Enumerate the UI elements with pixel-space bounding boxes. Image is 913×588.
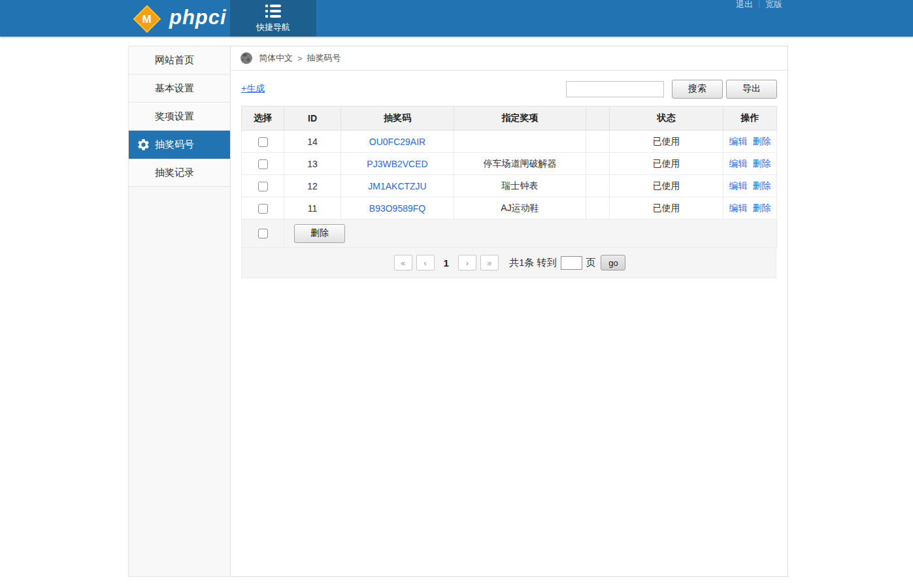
nav-item-quick-navigation[interactable]: 快捷导航: [230, 0, 316, 37]
breadcrumb-language[interactable]: 简体中文: [259, 52, 293, 64]
code-link[interactable]: JM1AKCTZJU: [368, 181, 426, 191]
list-icon: [263, 2, 283, 20]
table-row: 14 OU0FC29AIR 已使用 编辑 删除: [242, 131, 777, 153]
toolbar: +生成 搜索 导出: [241, 79, 777, 99]
table-header-row: 选择ID抽奖码指定奖项状态操作: [242, 106, 777, 131]
sidebar-item-2[interactable]: 奖项设置: [129, 103, 230, 131]
search-button[interactable]: 搜索: [672, 80, 723, 99]
breadcrumb-current: 抽奖码号: [307, 52, 341, 64]
row-checkbox[interactable]: [258, 137, 268, 147]
edit-link[interactable]: 编辑: [729, 158, 748, 169]
select-all-checkbox[interactable]: [258, 229, 268, 238]
row-checkbox[interactable]: [258, 159, 268, 169]
page-unit-label: 页: [586, 257, 595, 269]
sidebar-item-label: 抽奖码号: [155, 139, 194, 150]
toolbar-right-group: 搜索 导出: [566, 80, 777, 99]
search-input[interactable]: [566, 81, 664, 97]
table-row: 13 PJ3WB2VCED 停车场道闸破解器 已使用 编辑 删除: [242, 153, 777, 175]
row-status: 已使用: [610, 153, 723, 175]
table-row: 12 JM1AKCTZJU 瑞士钟表 已使用 编辑 删除: [242, 175, 777, 197]
sidebar-item-1[interactable]: 基本设置: [129, 74, 230, 103]
row-checkbox[interactable]: [258, 204, 268, 214]
row-actions: 编辑 删除: [723, 153, 777, 175]
column-header: 指定奖项: [454, 106, 586, 131]
column-header: 状态: [610, 106, 723, 131]
column-header: 抽奖码: [341, 106, 454, 131]
column-header: [586, 106, 610, 131]
sidebar-item-label: 基本设置: [155, 82, 194, 93]
app-logo: M phpci: [133, 6, 227, 29]
content-panel: 简体中文 > 抽奖码号 +生成 搜索 导出 选择ID抽奖码指定奖项状态操作: [230, 46, 788, 577]
row-prize: AJ运动鞋: [454, 197, 586, 220]
main-layout: 网站首页基本设置奖项设置 抽奖码号抽奖记录 简体中文 > 抽奖码号 +生成 搜索…: [128, 46, 783, 577]
logo-diamond-icon: M: [133, 5, 161, 33]
row-select-cell: [242, 131, 284, 153]
sidebar-item-4[interactable]: 抽奖记录: [129, 159, 230, 187]
globe-icon: [240, 52, 253, 65]
topbar-links: 退出 宽版: [736, 0, 782, 9]
wide-version-link[interactable]: 宽版: [765, 0, 782, 9]
row-actions: 编辑 删除: [723, 197, 777, 220]
row-select-cell: [242, 175, 284, 197]
sidebar-item-3[interactable]: 抽奖码号: [129, 131, 230, 159]
table-body: 14 OU0FC29AIR 已使用 编辑 删除 13 PJ3WB2VCED 停车…: [242, 131, 777, 220]
breadcrumb-separator: >: [297, 54, 303, 63]
logo-text: phpci: [169, 6, 227, 29]
edit-link[interactable]: 编辑: [729, 203, 748, 213]
row-id: 12: [284, 175, 341, 197]
sidebar-item-label: 网站首页: [155, 54, 194, 65]
column-header: ID: [284, 106, 341, 131]
logo-badge-letter: M: [142, 13, 152, 24]
delete-link[interactable]: 删除: [752, 180, 771, 191]
sidebar: 网站首页基本设置奖项设置 抽奖码号抽奖记录: [128, 46, 230, 577]
delete-link[interactable]: 删除: [752, 136, 771, 146]
table-footer-row: 删除: [242, 220, 777, 248]
row-empty-cell: [586, 197, 610, 220]
row-id: 13: [284, 153, 341, 175]
sidebar-item-label: 抽奖记录: [155, 167, 194, 178]
row-status: 已使用: [610, 131, 723, 153]
footer-actions-cell: 删除: [284, 220, 777, 248]
edit-link[interactable]: 编辑: [729, 136, 748, 146]
first-page-button[interactable]: «: [394, 255, 412, 270]
current-page-number: 1: [444, 257, 449, 269]
links-divider: [759, 1, 759, 8]
prev-page-button[interactable]: ‹: [416, 255, 435, 270]
code-link[interactable]: OU0FC29AIR: [369, 137, 425, 147]
row-prize: 停车场道闸破解器: [454, 153, 586, 175]
last-page-button[interactable]: »: [480, 255, 499, 270]
column-header: 操作: [723, 106, 777, 131]
code-link[interactable]: PJ3WB2VCED: [367, 159, 427, 169]
delete-link[interactable]: 删除: [752, 158, 771, 169]
next-page-button[interactable]: ›: [458, 255, 476, 270]
code-link[interactable]: B93O9589FQ: [369, 203, 425, 214]
row-empty-cell: [586, 153, 610, 175]
row-status: 已使用: [610, 197, 723, 220]
delete-link[interactable]: 删除: [752, 203, 771, 213]
row-empty-cell: [586, 175, 610, 197]
export-button[interactable]: 导出: [726, 80, 777, 99]
goto-page-input[interactable]: [561, 256, 582, 270]
top-header-bar: M phpci 快捷导航 退出 宽版: [0, 0, 913, 37]
row-id: 11: [284, 197, 341, 220]
row-prize: 瑞士钟表: [454, 175, 586, 197]
bulk-delete-button[interactable]: 删除: [294, 224, 345, 243]
logout-link[interactable]: 退出: [736, 0, 753, 9]
footer-select-cell: [242, 220, 284, 248]
edit-link[interactable]: 编辑: [729, 180, 748, 191]
go-button[interactable]: go: [601, 255, 625, 270]
pagination-total-text: 共1条 转到: [509, 257, 557, 269]
column-header: 选择: [242, 106, 284, 131]
row-select-cell: [242, 197, 284, 220]
quick-nav-label: 快捷导航: [230, 22, 316, 33]
generate-link[interactable]: +生成: [241, 83, 265, 95]
row-select-cell: [242, 153, 284, 175]
sidebar-item-label: 奖项设置: [155, 110, 194, 122]
row-checkbox[interactable]: [258, 182, 268, 191]
breadcrumb: 简体中文 > 抽奖码号: [231, 46, 788, 71]
gear-icon: [137, 138, 150, 152]
sidebar-item-0[interactable]: 网站首页: [129, 46, 230, 74]
row-actions: 编辑 删除: [723, 131, 777, 153]
row-id: 14: [284, 131, 341, 153]
row-status: 已使用: [610, 175, 723, 197]
